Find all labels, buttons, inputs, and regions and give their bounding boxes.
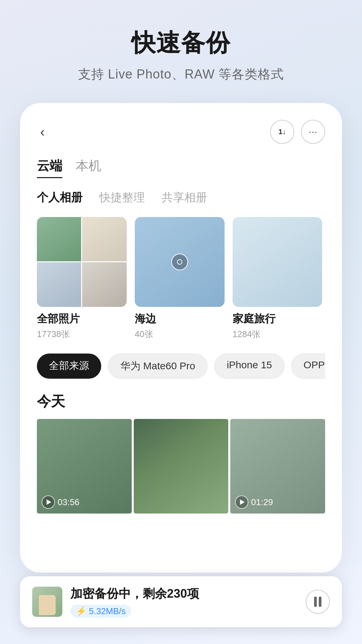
backup-speed: ⚡ 5.32MB/s: [70, 605, 298, 618]
more-icon: ···: [309, 126, 317, 137]
backup-bar: 加密备份中，剩余230项 ⚡ 5.32MB/s: [20, 576, 342, 627]
album-family-count: 1284张: [233, 328, 322, 340]
chip-huawei[interactable]: 华为 Mate60 Pro: [108, 354, 207, 379]
page-subtitle: 支持 Live Photo、RAW 等各类格式: [20, 66, 342, 83]
chip-iphone[interactable]: iPhone 15: [214, 354, 284, 379]
thumb-cell-2: [82, 217, 126, 261]
more-button[interactable]: ···: [301, 120, 325, 144]
chip-oppo[interactable]: OPPO Reno: [291, 354, 325, 379]
album-sea-count: 40张: [135, 328, 225, 340]
backup-status: 加密备份中，剩余230项: [70, 586, 298, 602]
video-overlay-3: 01:29: [235, 495, 273, 509]
thumb-cell-1: [37, 217, 81, 261]
photo-cell-1[interactable]: 03:56: [37, 419, 132, 514]
today-section: 今天 03:56: [37, 392, 325, 514]
album-family[interactable]: 家庭旅行 1284张: [233, 217, 322, 340]
album-sea[interactable]: 海边 40张: [135, 217, 225, 340]
tab-cloud[interactable]: 云端: [37, 157, 62, 178]
subtab-personal[interactable]: 个人相册: [37, 190, 82, 205]
sort-button[interactable]: 1↓: [270, 120, 294, 144]
tab-local[interactable]: 本机: [76, 157, 101, 178]
subtab-quick[interactable]: 快捷整理: [99, 190, 145, 205]
subtab-shared[interactable]: 共享相册: [162, 190, 207, 205]
today-title: 今天: [37, 392, 325, 411]
video-duration-3: 01:29: [251, 497, 273, 507]
album-sea-name: 海边: [135, 312, 225, 326]
albums-row: 全部照片 17738张 海边 40张 家庭旅行: [37, 217, 325, 340]
album-all-count: 17738张: [37, 328, 127, 340]
video-duration-1: 03:56: [58, 497, 79, 507]
top-nav: ‹ 1↓ ···: [37, 120, 325, 144]
source-chips: 全部来源 华为 Mate60 Pro iPhone 15 OPPO Reno: [37, 354, 325, 379]
album-family-name: 家庭旅行: [233, 312, 322, 326]
album-all-photos[interactable]: 全部照片 17738张: [37, 217, 127, 340]
pause-button[interactable]: [306, 590, 330, 614]
sub-tabs: 个人相册 快捷整理 共享相册: [37, 190, 325, 205]
album-all-name: 全部照片: [37, 312, 127, 326]
album-family-thumb: [233, 217, 322, 307]
photo-cell-3[interactable]: 01:29: [230, 419, 325, 514]
play-icon-3: [235, 495, 248, 509]
speed-badge: ⚡ 5.32MB/s: [70, 605, 131, 618]
chip-all[interactable]: 全部来源: [37, 354, 101, 379]
photo-grid: 03:56 01:29: [37, 419, 325, 514]
book-icon: [39, 595, 56, 615]
page-background: 快速备份 支持 Live Photo、RAW 等各类格式 ‹ 1↓ ··· 云端…: [0, 0, 362, 573]
video-overlay-1: 03:56: [42, 495, 79, 509]
thumb-cell-3: [37, 262, 81, 307]
pause-icon: [314, 597, 321, 607]
live-icon: [171, 254, 188, 270]
photo-cell-2[interactable]: [134, 419, 229, 514]
sort-icon: 1↓: [278, 127, 286, 136]
album-all-thumb: [37, 217, 127, 307]
album-sea-thumb: [135, 217, 225, 307]
back-button[interactable]: ‹: [37, 121, 48, 143]
page-title: 快速备份: [20, 27, 342, 59]
play-icon-1: [42, 495, 55, 509]
phone-card: ‹ 1↓ ··· 云端 本机 个人相册 快捷整理 共享相册: [20, 103, 342, 573]
main-tabs: 云端 本机: [37, 157, 325, 178]
thumb-cell-4: [82, 262, 126, 307]
speed-value: 5.32MB/s: [89, 606, 126, 616]
nav-actions: 1↓ ···: [270, 120, 325, 144]
backup-thumbnail: [32, 587, 62, 617]
backup-info: 加密备份中，剩余230项 ⚡ 5.32MB/s: [70, 586, 298, 618]
page-header: 快速备份 支持 Live Photo、RAW 等各类格式: [0, 0, 362, 96]
lightning-icon: ⚡: [76, 606, 86, 616]
